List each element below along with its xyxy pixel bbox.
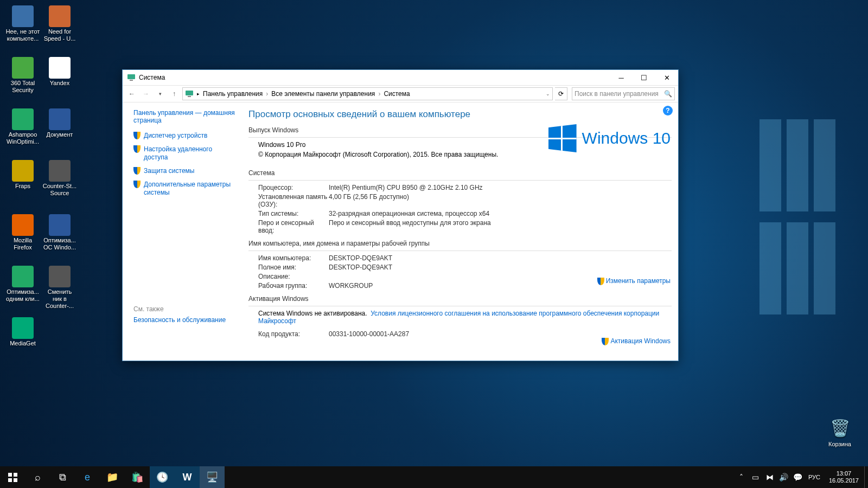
titlebar[interactable]: Система ─ ☐ ✕	[123, 70, 678, 86]
property-row: Установленная память (ОЗУ):4,00 ГБ (2,56…	[258, 193, 672, 208]
app-icon	[12, 57, 34, 79]
tray-chevron-icon[interactable]: ˄	[735, 473, 749, 481]
nav-toolbar: ← → ▾ ↑ ▸ Панель управления› Все элемент…	[123, 86, 678, 102]
breadcrumb[interactable]: ▸ Панель управления› Все элементы панели…	[182, 87, 553, 100]
app-icon	[12, 266, 34, 287]
desktop-icon[interactable]: Fraps	[5, 160, 40, 190]
sidebar-item-protection[interactable]: Защита системы	[133, 167, 237, 175]
app-icon	[12, 214, 34, 236]
search-placeholder: Поиск в панели управления	[575, 90, 659, 98]
search-input[interactable]: Поиск в панели управления 🔍	[572, 87, 675, 100]
svg-rect-1	[130, 80, 133, 81]
desktop-icon[interactable]: Counter-St... Source	[42, 160, 77, 197]
taskbar-system[interactable]: 🖥️	[200, 466, 225, 488]
trash-icon: 🗑️	[829, 416, 851, 440]
computer-icon	[185, 89, 194, 98]
app-icon	[12, 317, 34, 339]
property-label: Установленная память (ОЗУ):	[258, 193, 329, 208]
shield-icon	[133, 181, 141, 188]
shield-icon	[133, 167, 141, 175]
product-id-label: Код продукта:	[258, 330, 329, 338]
shield-icon	[597, 278, 604, 285]
recycle-bin[interactable]: 🗑️ Корзина	[822, 416, 857, 447]
taskbar-store[interactable]: 🛍️	[125, 466, 150, 488]
forward-button[interactable]: →	[140, 88, 152, 100]
app-icon	[12, 160, 34, 182]
tray-action-center-icon[interactable]: 💬	[791, 473, 805, 481]
property-label: Перо и сенсорный ввод:	[258, 219, 329, 234]
computer-icon	[127, 73, 136, 82]
recent-button[interactable]: ▾	[154, 88, 166, 100]
svg-rect-3	[188, 96, 191, 97]
property-label: Процессор:	[258, 184, 329, 191]
help-icon[interactable]: ?	[663, 106, 673, 115]
property-row: Перо и сенсорный ввод:Перо и сенсорный в…	[258, 219, 672, 234]
desktop-icon[interactable]: Оптимиза... одним кли...	[5, 266, 40, 303]
tray-volume-icon[interactable]: 🔊	[777, 473, 791, 481]
tray-language[interactable]: РУС	[805, 474, 824, 480]
refresh-button[interactable]: ⟳	[555, 87, 567, 100]
tray-network-icon[interactable]: ⧓	[763, 473, 777, 481]
taskbar-app1[interactable]: 🕓	[150, 466, 175, 488]
section-activation: Активация Windows	[248, 295, 672, 303]
taskbar-explorer[interactable]: 📁	[100, 466, 125, 488]
shield-icon	[133, 145, 141, 153]
desktop-icon[interactable]: Документ	[42, 108, 77, 138]
sidebar-item-remote[interactable]: Настройка удаленного доступа	[133, 145, 237, 162]
app-icon	[12, 5, 34, 27]
property-value: DESKTOP-DQE9AKT	[329, 264, 672, 271]
show-desktop-button[interactable]	[864, 466, 868, 488]
property-label: Полное имя:	[258, 264, 329, 271]
system-window: Система ─ ☐ ✕ ← → ▾ ↑ ▸ Панель управлени…	[122, 69, 679, 361]
activation-status: Система Windows не активирована.	[258, 310, 367, 317]
desktop-icon[interactable]: Ashampoo WinOptimi...	[5, 108, 40, 145]
back-button[interactable]: ←	[126, 88, 138, 100]
close-button[interactable]: ✕	[655, 70, 678, 85]
sidebar-item-device-manager[interactable]: Диспетчер устройств	[133, 132, 237, 140]
desktop-icon[interactable]: Mozilla Firefox	[5, 214, 40, 251]
desktop-icon[interactable]: 360 Total Security	[5, 57, 40, 94]
system-tray: ˄ ▭ ⧓ 🔊 💬 РУС 13:0716.05.2017	[735, 466, 868, 488]
tray-clock[interactable]: 13:0716.05.2017	[824, 470, 864, 484]
property-value: 4,00 ГБ (2,56 ГБ доступно)	[329, 193, 672, 208]
desktop-icon[interactable]: Сменить ник в Counter-...	[42, 266, 77, 310]
up-button[interactable]: ↑	[168, 88, 180, 100]
maximize-button[interactable]: ☐	[633, 70, 655, 85]
see-also-header: См. также	[133, 305, 237, 313]
taskbar-edge[interactable]: e	[75, 466, 100, 488]
crumb[interactable]: Все элементы панели управления	[271, 90, 375, 98]
search-button[interactable]: ⌕	[25, 466, 50, 488]
minimize-button[interactable]: ─	[610, 70, 633, 85]
icon-label: Оптимиза... одним кли...	[5, 288, 40, 303]
crumb[interactable]: Система	[384, 90, 410, 98]
app-icon	[49, 160, 71, 182]
taskbar-word[interactable]: W	[175, 466, 200, 488]
property-value: Перо и сенсорный ввод недоступны для это…	[329, 219, 672, 234]
shield-icon	[602, 338, 609, 345]
sidebar-item-advanced[interactable]: Дополнительные параметры системы	[133, 181, 237, 197]
property-row: Процессор:Intel(R) Pentium(R) CPU B950 @…	[258, 184, 672, 191]
see-also-security[interactable]: Безопасность и обслуживание	[133, 316, 237, 324]
page-heading: Просмотр основных сведений о вашем компь…	[248, 109, 672, 120]
desktop-icon[interactable]: Yandex	[42, 57, 77, 87]
desktop-icon[interactable]: MediaGet	[5, 317, 40, 347]
window-title: Система	[139, 74, 610, 81]
desktop-icon[interactable]: Оптимиза... ОС Windo...	[42, 214, 77, 251]
property-row: Полное имя:DESKTOP-DQE9AKT	[258, 264, 672, 271]
icon-label: Документ	[42, 131, 77, 138]
property-label: Рабочая группа:	[258, 282, 329, 290]
desktop-icon[interactable]: Need for Speed - U...	[42, 5, 77, 42]
section-computer-name: Имя компьютера, имя домена и параметры р…	[248, 240, 672, 247]
tray-battery-icon[interactable]: ▭	[749, 473, 763, 481]
icon-label: Оптимиза... ОС Windo...	[42, 237, 77, 251]
crumb[interactable]: Панель управления	[203, 90, 263, 98]
property-row: Тип системы:32-разрядная операционная си…	[258, 210, 672, 217]
app-icon	[49, 5, 71, 27]
property-value: Intel(R) Pentium(R) CPU B950 @ 2.10GHz 2…	[329, 184, 672, 191]
start-button[interactable]	[0, 466, 25, 488]
task-view-button[interactable]: ⧉	[50, 466, 75, 488]
control-panel-home-link[interactable]: Панель управления — домашняя страница	[133, 109, 237, 124]
desktop-icon[interactable]: Нее, не этот компьюте...	[5, 5, 40, 42]
change-settings-link[interactable]: Изменить параметры	[597, 277, 671, 285]
activate-windows-link[interactable]: Активация Windows	[602, 337, 671, 345]
